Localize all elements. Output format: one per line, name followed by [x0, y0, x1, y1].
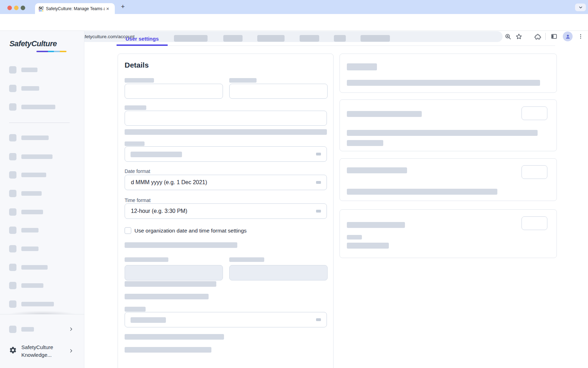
sidebar-item-icon-placeholder [9, 190, 16, 197]
person-icon [565, 34, 571, 40]
sidebar-item-icon-placeholder [9, 66, 16, 74]
sidebar-item-icon-placeholder [9, 153, 16, 160]
sidebar-item-label-placeholder [21, 136, 49, 140]
card-text-placeholder [347, 80, 540, 86]
card-title-placeholder [347, 63, 377, 70]
card-text-placeholder [347, 235, 362, 239]
side-card [340, 158, 557, 201]
text-input[interactable] [229, 84, 328, 99]
field-label-placeholder [125, 257, 168, 262]
tab-skeleton[interactable] [334, 35, 346, 42]
select-value-placeholder [131, 317, 166, 323]
details-card: Details Date format d MMM yyyy (e.g. 1 D… [118, 54, 334, 368]
org-format-checkbox-label: Use organization date and time format se… [134, 228, 247, 234]
browser-toolbar: https://app.safetyculture.com/account [0, 14, 588, 31]
browser-tab[interactable]: SC SafetyCulture: Manage Teams and... × [35, 3, 115, 14]
field-label-placeholder [125, 78, 154, 83]
select-field[interactable] [125, 146, 327, 162]
disabled-input [229, 265, 328, 280]
sidebar-item-icon-placeholder [9, 264, 16, 271]
select-chevron-placeholder [316, 210, 321, 213]
side-card [340, 99, 557, 151]
tab-skeleton[interactable] [257, 35, 285, 42]
tab-skeleton[interactable] [360, 35, 390, 42]
text-input[interactable] [125, 84, 223, 99]
helper-text-placeholder [125, 129, 327, 135]
logo-underline [36, 51, 66, 52]
tab-title: SafetyCulture: Manage Teams and... [46, 6, 105, 11]
disabled-input [125, 265, 223, 280]
text-placeholder [125, 294, 209, 299]
sidebar-item-label-placeholder [21, 68, 37, 72]
card-action-button[interactable] [522, 216, 547, 230]
side-card [340, 209, 557, 258]
sidebar-item-label-placeholder [21, 327, 34, 332]
knowledge-base-label: SafetyCulture Knowledge... [21, 343, 53, 359]
text-placeholder [125, 281, 216, 287]
new-tab-button[interactable]: + [118, 2, 127, 11]
sidebar-item-label-placeholder [21, 265, 48, 270]
card-text-placeholder [347, 140, 383, 146]
browser-menu-button[interactable] [577, 33, 584, 40]
date-format-select[interactable]: d MMM yyyy (e.g. 1 Dec 2021) [125, 175, 327, 190]
text-placeholder [125, 334, 224, 340]
chevron-right-icon [69, 327, 74, 332]
tab-skeleton[interactable] [174, 35, 208, 42]
card-title-placeholder [347, 222, 405, 228]
sidebar-item-label-placeholder [21, 302, 54, 306]
field-label-placeholder [229, 257, 264, 262]
tab-skeleton[interactable] [300, 35, 319, 42]
sidebar-item-icon-placeholder [9, 134, 16, 141]
time-format-label: Time format [125, 197, 150, 203]
profile-avatar[interactable] [563, 32, 573, 41]
sidebar-item-label-placeholder [21, 210, 43, 214]
select-chevron-placeholder [316, 153, 321, 155]
time-format-select[interactable]: 12-hour (e.g. 3:30 PM) [125, 203, 327, 219]
sidebar-item-label-placeholder [21, 154, 52, 159]
card-text-placeholder [347, 130, 538, 136]
card-action-button[interactable] [522, 165, 547, 179]
sidebar-item-label-placeholder [21, 228, 38, 232]
field-label-placeholder [125, 307, 146, 312]
sidebar-item-label-placeholder [21, 191, 42, 196]
tab-skeleton[interactable] [223, 35, 243, 42]
sidebar-item-label-placeholder [21, 247, 38, 251]
window-close-button[interactable] [7, 6, 12, 10]
tab-close-icon[interactable]: × [106, 6, 109, 11]
select-value-placeholder [131, 152, 182, 157]
time-format-value: 12-hour (e.g. 3:30 PM) [125, 204, 327, 218]
sidebar-item-icon-placeholder [9, 103, 16, 111]
browser-tab-strip: SC SafetyCulture: Manage Teams and... × … [0, 0, 588, 14]
date-format-label: Date format [125, 168, 150, 174]
window-minimize-button[interactable] [14, 6, 19, 10]
safetyculture-logo: SafetyCulture [9, 39, 57, 48]
chevron-down-icon [578, 5, 583, 10]
sidebar-item-icon-placeholder [9, 227, 16, 234]
sidebar-footer-divider [0, 314, 84, 314]
card-text-placeholder [347, 243, 389, 249]
sidebar-item-icon-placeholder [9, 300, 16, 308]
sidebar-item-label-placeholder [21, 173, 46, 177]
card-title-placeholder [347, 167, 407, 173]
org-format-checkbox[interactable] [125, 227, 131, 234]
sidebar-divider [9, 123, 70, 123]
chevron-right-icon [69, 348, 74, 353]
tab-user-settings[interactable]: User settings [117, 34, 168, 46]
field-label-placeholder [229, 78, 257, 83]
card-action-button[interactable] [522, 106, 547, 120]
text-input[interactable] [125, 111, 327, 126]
safetyculture-favicon: SC [38, 6, 43, 11]
sidebar-item-icon-placeholder [9, 208, 16, 216]
field-label-placeholder [125, 105, 146, 110]
sidebar-item-icon-placeholder [9, 85, 16, 92]
select-field[interactable] [125, 312, 327, 327]
card-text-placeholder [347, 189, 497, 195]
tab-search-chevron-button[interactable] [575, 4, 586, 11]
sidebar: SafetyCulture [0, 31, 84, 368]
window-zoom-button[interactable] [21, 6, 25, 10]
sidebar-item-icon-placeholder [9, 326, 16, 333]
kebab-menu-icon [578, 33, 584, 40]
gear-icon [9, 346, 17, 354]
sidebar-item-icon-placeholder [9, 245, 16, 252]
details-heading: Details [125, 61, 149, 69]
